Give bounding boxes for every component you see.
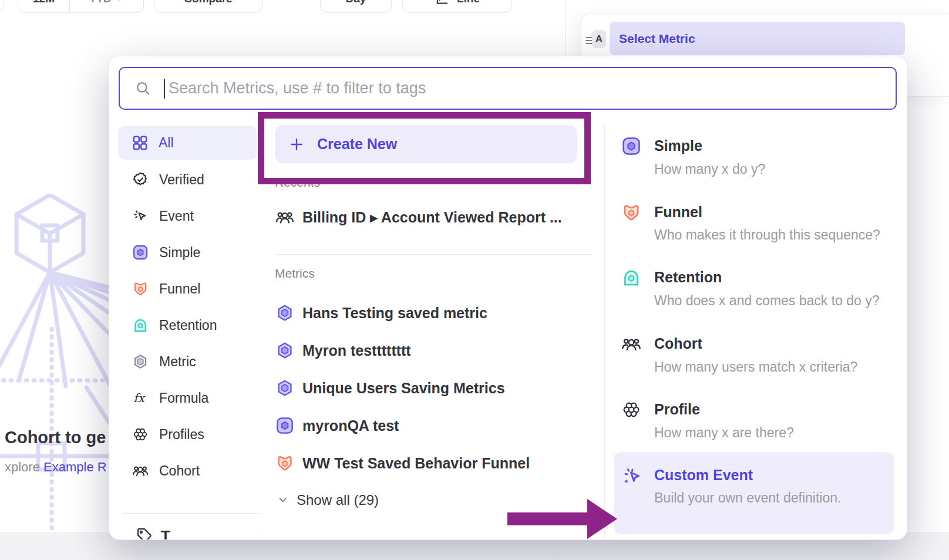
sidebar-item-profiles[interactable]: Profiles	[118, 417, 257, 451]
grid-icon	[132, 135, 148, 151]
custom-event-icon[interactable]	[621, 465, 642, 487]
metric-item-label: Hans Testing saved metric	[302, 305, 487, 322]
sidebar-item-label: Profiles	[159, 427, 204, 443]
metrics-section-label: Metrics	[275, 266, 315, 281]
type-retention-title[interactable]: Retention	[654, 269, 722, 286]
text-caret	[164, 79, 165, 99]
sidebar-divider	[264, 124, 264, 540]
type-custom-event-title[interactable]: Custom Event	[654, 467, 753, 484]
sidebar-item-funnel[interactable]: Funnel	[118, 272, 257, 306]
metric-clause-badge: A	[592, 30, 606, 48]
funnel-icon	[275, 454, 294, 473]
tag-icon	[135, 526, 153, 540]
type-profile-desc: How many x are there?	[654, 425, 794, 441]
select-metric-pill[interactable]: Select Metric	[610, 22, 905, 55]
profiles-cluster-icon[interactable]	[621, 400, 641, 420]
empty-state-headline-fragment: Cohort to ge	[5, 428, 106, 447]
plus-icon	[289, 137, 304, 152]
type-funnel-title[interactable]: Funnel	[654, 204, 702, 221]
cohort-icon	[132, 463, 149, 479]
simple-metric-icon	[275, 416, 294, 435]
range-ytd-button[interactable]: YTD	[69, 0, 143, 12]
recents-section-label: Recents	[275, 176, 320, 190]
chevron-down-icon	[277, 494, 290, 507]
sidebar-item-label: Formula	[159, 390, 208, 406]
sidebar-item-event[interactable]: Event	[118, 199, 257, 233]
metric-list-item[interactable]: myronQA test	[275, 416, 399, 435]
example-reports-link[interactable]: Example R	[43, 460, 107, 474]
type-cohort-title[interactable]: Cohort	[654, 335, 702, 352]
retention-icon	[132, 317, 149, 333]
type-custom-event-desc: Build your own event definition.	[654, 490, 841, 506]
sidebar-item-label: Funnel	[159, 281, 200, 297]
screen: 12M YTD Compare Day Line	[0, 0, 949, 560]
show-all-toggle[interactable]: Show all (29)	[277, 492, 379, 508]
funnel-icon[interactable]	[621, 203, 641, 222]
sidebar-item-retention[interactable]: Retention	[118, 308, 257, 342]
metric-list-item[interactable]: WW Test Saved Behavior Funnel	[275, 454, 530, 473]
sidebar-item-formula[interactable]: fx Formula	[118, 381, 257, 415]
formula-icon: fx	[132, 390, 149, 406]
sidebar-item-label: Metric	[159, 354, 196, 370]
chart-type-line-button[interactable]: Line	[402, 0, 512, 13]
cohort-icon[interactable]	[621, 334, 641, 354]
sidebar-item-verified[interactable]: Verified	[118, 163, 257, 197]
metric-hexagon-icon	[275, 303, 294, 322]
search-icon	[135, 80, 151, 96]
metric-item-label: WW Test Saved Behavior Funnel	[302, 455, 530, 472]
empty-state-explore-line: xplore Example R	[5, 460, 107, 475]
metric-list-item[interactable]: Unique Users Saving Metrics	[275, 379, 505, 397]
interval-day-button[interactable]: Day	[320, 0, 392, 13]
recents-metrics-divider	[275, 254, 592, 255]
toolbar-fragment-button[interactable]	[0, 0, 4, 13]
sidebar-section-divider	[122, 513, 261, 514]
types-divider	[604, 124, 605, 540]
search-input[interactable]	[167, 79, 896, 98]
metric-item-label: Unique Users Saving Metrics	[302, 380, 505, 397]
type-retention-desc: Who does x and comes back to do y?	[654, 293, 880, 309]
verified-icon	[132, 171, 149, 188]
create-new-button[interactable]: Create New	[275, 125, 577, 163]
sidebar-item-label: Simple	[159, 245, 200, 261]
funnel-icon	[132, 281, 149, 297]
metric-list-item[interactable]: Hans Testing saved metric	[275, 303, 487, 322]
sidebar-item-label: Cohort	[159, 463, 200, 479]
metric-hexagon-icon	[275, 379, 294, 397]
annotation-arrow	[506, 497, 619, 540]
line-chart-icon	[435, 0, 450, 6]
metric-list-item[interactable]: Myron testttttttt	[275, 341, 411, 360]
type-cohort-desc: How many users match x criteria?	[654, 359, 857, 375]
range-12m-button[interactable]: 12M	[18, 0, 69, 12]
cohort-icon	[275, 208, 294, 227]
recent-item-row[interactable]: Billing ID ▸ Account Viewed Report ...	[275, 208, 562, 227]
sidebar-item-label: T	[161, 527, 170, 540]
simple-metric-icon	[132, 244, 149, 261]
date-range-segmented-control: 12M YTD	[18, 0, 144, 13]
sidebar-item-metric[interactable]: Metric	[118, 345, 257, 379]
svg-text:fx: fx	[133, 392, 146, 405]
profiles-cluster-icon	[132, 426, 149, 443]
metric-item-label: Myron testttttttt	[302, 342, 411, 359]
range-ytd-label: YTD	[89, 0, 112, 5]
sidebar-item-tags-partial[interactable]: T	[135, 526, 170, 540]
type-profile-title[interactable]: Profile	[654, 401, 700, 418]
recent-item-label: Billing ID ▸ Account Viewed Report ...	[302, 209, 562, 226]
sidebar-item-label: Verified	[159, 172, 204, 188]
retention-icon[interactable]	[621, 268, 641, 288]
sidebar-item-label: Retention	[159, 318, 217, 333]
event-cursor-icon	[132, 208, 149, 224]
search-box	[119, 67, 897, 110]
metric-hexagon-icon	[132, 353, 149, 370]
sidebar-item-simple[interactable]: Simple	[118, 235, 257, 269]
simple-metric-icon[interactable]	[621, 136, 641, 156]
compare-button[interactable]: Compare	[154, 0, 263, 13]
sidebar-item-all[interactable]: All	[118, 126, 257, 160]
type-simple-title[interactable]: Simple	[654, 137, 702, 154]
chevron-down-icon	[115, 0, 124, 4]
chart-type-line-label: Line	[457, 0, 480, 5]
sidebar-item-cohort[interactable]: Cohort	[118, 454, 257, 488]
metric-item-label: myronQA test	[302, 417, 399, 434]
type-simple-desc: How many x do y?	[654, 161, 765, 177]
metric-picker-modal: All Verified Event Simple	[109, 56, 907, 540]
type-funnel-desc: Who makes it through this sequence?	[654, 227, 880, 243]
